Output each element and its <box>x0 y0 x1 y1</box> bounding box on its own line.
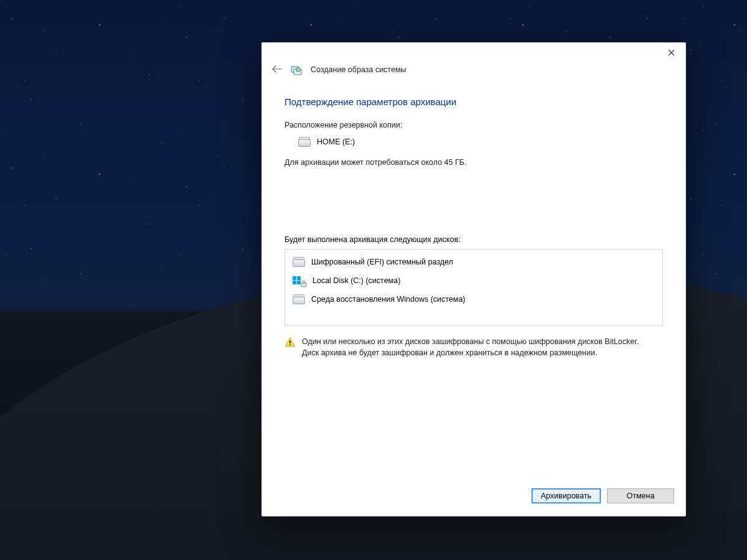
warning-text: Один или несколько из этих дисков зашифр… <box>302 336 644 358</box>
list-item: Local Disk (C:) (система) <box>289 271 659 291</box>
svg-rect-5 <box>289 344 291 345</box>
list-item: Шифрованный (EFI) системный раздел <box>289 253 659 271</box>
wizard-title: Создание образа системы <box>311 65 406 74</box>
list-item: Среда восстановления Windows (система) <box>289 291 659 308</box>
back-button[interactable] <box>272 65 282 75</box>
backup-location-name: HOME (E:) <box>317 138 355 146</box>
wizard-footer: Архивировать Отмена <box>262 480 685 516</box>
svg-rect-4 <box>289 340 291 343</box>
disk-label: Local Disk (C:) (система) <box>312 276 400 285</box>
titlebar <box>262 43 685 63</box>
disks-list-label: Будет выполнена архивация следующих диск… <box>284 235 663 244</box>
locked-drive-icon <box>293 274 306 287</box>
close-icon <box>668 49 675 56</box>
warning-icon <box>284 337 296 348</box>
close-button[interactable] <box>657 43 685 62</box>
backup-location-label: Расположение резервной копии: <box>284 121 663 129</box>
desktop-wallpaper: Создание образа системы Подтверждение па… <box>0 0 747 560</box>
drive-icon <box>293 294 305 304</box>
system-image-icon <box>291 64 302 75</box>
wizard-content: Подтверждение параметров архивации Распо… <box>262 80 685 480</box>
drive-icon <box>293 257 305 267</box>
disk-label: Среда восстановления Windows (система) <box>311 295 466 304</box>
svg-rect-3 <box>301 283 306 287</box>
disks-list: Шифрованный (EFI) системный раздел Local… <box>284 249 663 326</box>
space-required-text: Для архивации может потребоваться около … <box>284 158 663 167</box>
system-image-wizard-window: Создание образа системы Подтверждение па… <box>261 42 686 516</box>
cancel-button[interactable]: Отмена <box>607 488 674 503</box>
wizard-header: Создание образа системы <box>262 63 685 80</box>
backup-location-row: HOME (E:) <box>284 137 663 147</box>
page-heading: Подтверждение параметров архивации <box>284 96 663 107</box>
archive-button[interactable]: Архивировать <box>532 488 601 503</box>
bitlocker-warning: Один или несколько из этих дисков зашифр… <box>284 336 663 358</box>
arrow-left-icon <box>272 65 282 73</box>
disk-label: Шифрованный (EFI) системный раздел <box>311 258 453 266</box>
lock-icon <box>300 280 308 287</box>
drive-icon <box>298 137 311 147</box>
